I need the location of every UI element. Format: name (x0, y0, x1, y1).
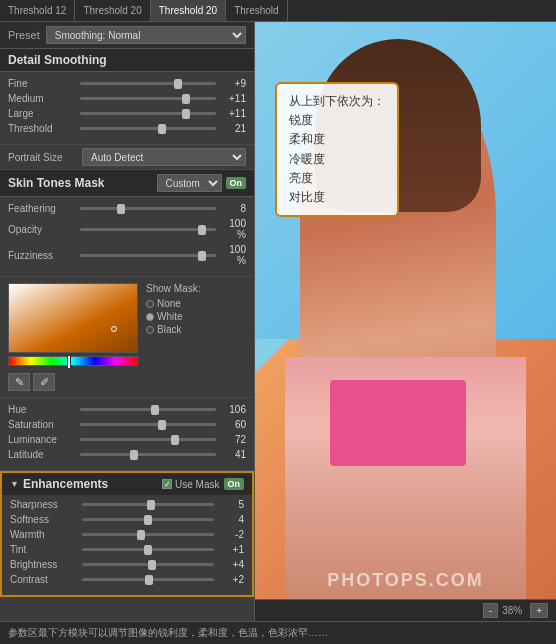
bikini-top (330, 380, 465, 467)
softness-track[interactable] (82, 518, 214, 521)
slider-row-warmth: Warmth -2 (10, 529, 244, 540)
use-mask-checkbox[interactable]: ✓ (162, 479, 172, 489)
tooltip-line-0: 从上到下依次为： (289, 92, 385, 111)
hue-track[interactable] (80, 408, 216, 411)
latitude-value: 41 (220, 449, 246, 460)
zoom-minus-btn[interactable]: - (483, 603, 498, 618)
preset-row: Preset Smoothing: Normal (0, 22, 254, 49)
slider-row-latitude: Latitude 41 (8, 449, 246, 460)
opacity-track[interactable] (80, 228, 216, 231)
radio-white[interactable]: White (146, 311, 200, 322)
feathering-label: Feathering (8, 203, 76, 214)
detail-smoothing-sliders: Fine +9 Medium +11 Large +11 (0, 72, 254, 145)
triangle-icon: ▼ (10, 479, 19, 489)
tint-value: +1 (218, 544, 244, 555)
slider-row-saturation: Saturation 60 (8, 419, 246, 430)
skin-sliders: Feathering 8 Opacity 100 % Fuzziness 100… (0, 197, 254, 277)
threshold-track[interactable] (80, 127, 216, 130)
tint-label: Tint (10, 544, 78, 555)
tab-threshold-12[interactable]: Threshold 12 (0, 0, 75, 21)
eyedropper-remove-btn[interactable]: ✐ (33, 373, 55, 391)
eyedropper-row: ✎ ✐ (8, 373, 138, 391)
radio-white-label: White (157, 311, 183, 322)
radio-black-label: Black (157, 324, 181, 335)
softness-value: 4 (218, 514, 244, 525)
enhancements-body: Sharpness 5 Softness 4 Warmth -2 (0, 495, 254, 597)
saturation-value: 60 (220, 419, 246, 430)
radio-black-circle[interactable] (146, 326, 154, 334)
skin-tones-title: Skin Tones Mask (8, 176, 153, 190)
slider-row-softness: Softness 4 (10, 514, 244, 525)
enh-on-badge[interactable]: On (224, 478, 245, 490)
slider-row-fine: Fine +9 (8, 78, 246, 89)
tooltip-line-2: 柔和度 (289, 130, 385, 149)
latitude-label: Latitude (8, 449, 76, 460)
detail-smoothing-header: Detail Smoothing (0, 49, 254, 72)
sharpness-track[interactable] (82, 503, 214, 506)
softness-label: Softness (10, 514, 78, 525)
radio-none[interactable]: None (146, 298, 200, 309)
bottom-text: 参数区最下方模块可以调节图像的锐利度，柔和度，色温，色彩浓罕…… (0, 621, 556, 644)
fine-track[interactable] (80, 82, 216, 85)
large-label: Large (8, 108, 76, 119)
slider-row-feathering: Feathering 8 (8, 203, 246, 214)
warmth-value: -2 (218, 529, 244, 540)
tab-threshold-20a[interactable]: Threshold 20 (75, 0, 150, 21)
right-bottom-bar: - 38% + (255, 599, 556, 621)
luminance-track[interactable] (80, 438, 216, 441)
opacity-label: Opacity (8, 224, 76, 235)
fuzziness-label: Fuzziness (8, 250, 76, 261)
brightness-track[interactable] (82, 563, 214, 566)
warmth-label: Warmth (10, 529, 78, 540)
warmth-track[interactable] (82, 533, 214, 536)
radio-none-circle[interactable] (146, 300, 154, 308)
main-area: Preset Smoothing: Normal Detail Smoothin… (0, 22, 556, 621)
luminance-value: 72 (220, 434, 246, 445)
hue-value: 106 (220, 404, 246, 415)
left-panel: Preset Smoothing: Normal Detail Smoothin… (0, 22, 255, 621)
slider-row-sharpness: Sharpness 5 (10, 499, 244, 510)
radio-white-circle[interactable] (146, 313, 154, 321)
skin-on-badge[interactable]: On (226, 177, 247, 189)
fine-value: +9 (220, 78, 246, 89)
saturation-label: Saturation (8, 419, 76, 430)
latitude-track[interactable] (80, 453, 216, 456)
slider-row-medium: Medium +11 (8, 93, 246, 104)
tooltip-line-1: 锐度 (289, 111, 385, 130)
zoom-plus-btn[interactable]: + (530, 603, 548, 618)
portrait-size-select[interactable]: Auto Detect (82, 148, 246, 166)
right-panel: 从上到下依次为： 锐度 柔和度 冷暖度 亮度 对比度 PHOTOPS.COM -… (255, 22, 556, 621)
contrast-value: +2 (218, 574, 244, 585)
tooltip-line-4: 亮度 (289, 169, 385, 188)
slider-row-hue: Hue 106 (8, 404, 246, 415)
color-gradient[interactable] (8, 283, 138, 353)
skin-tones-dropdown[interactable]: Custom (157, 174, 222, 192)
large-track[interactable] (80, 112, 216, 115)
radio-black[interactable]: Black (146, 324, 200, 335)
slider-row-large: Large +11 (8, 108, 246, 119)
tab-threshold[interactable]: Threshold (226, 0, 287, 21)
show-mask-area: Show Mask: None White Black (146, 283, 200, 391)
tab-threshold-20b[interactable]: Threshold 20 (151, 0, 226, 21)
saturation-track[interactable] (80, 423, 216, 426)
fuzziness-track[interactable] (80, 254, 216, 257)
hue-strip[interactable] (8, 356, 138, 366)
large-value: +11 (220, 108, 246, 119)
feathering-track[interactable] (80, 207, 216, 210)
tint-track[interactable] (82, 548, 214, 551)
slider-row-brightness: Brightness +4 (10, 559, 244, 570)
fuzziness-value: 100 % (220, 244, 246, 266)
sharpness-label: Sharpness (10, 499, 78, 510)
tab-bar: Threshold 12 Threshold 20 Threshold 20 T… (0, 0, 556, 22)
slider-row-threshold: Threshold 21 (8, 123, 246, 134)
medium-track[interactable] (80, 97, 216, 100)
preset-select[interactable]: Smoothing: Normal (46, 26, 246, 44)
slider-row-tint: Tint +1 (10, 544, 244, 555)
enhancements-title: Enhancements (23, 477, 158, 491)
hsl-sliders: Hue 106 Saturation 60 Luminance 72 (0, 398, 254, 471)
luminance-label: Luminance (8, 434, 76, 445)
slider-row-opacity: Opacity 100 % (8, 218, 246, 240)
use-mask-check[interactable]: ✓ Use Mask (162, 479, 219, 490)
contrast-track[interactable] (82, 578, 214, 581)
eyedropper-add-btn[interactable]: ✎ (8, 373, 30, 391)
